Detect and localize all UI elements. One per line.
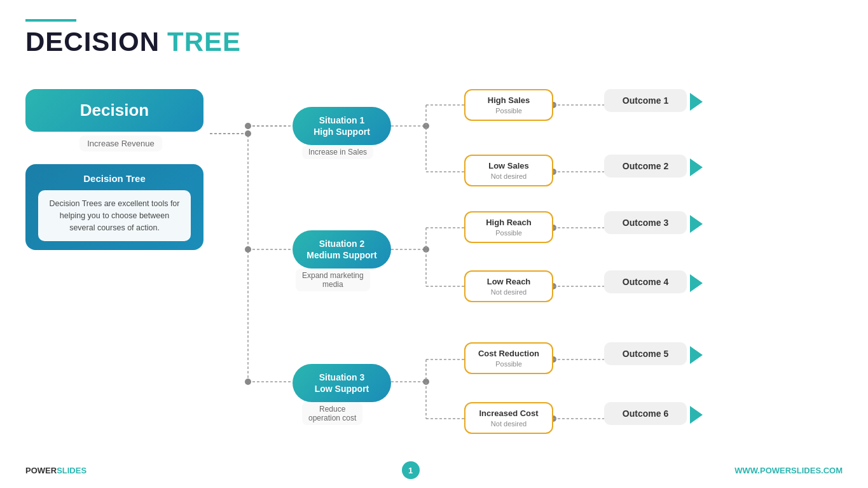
- decision-subtitle: Increase Revenue: [79, 136, 162, 151]
- outcome-box-3: Outcome 3: [604, 211, 687, 234]
- arrow-6: [690, 406, 703, 424]
- chance-low-reach: Low Reach Not desired: [464, 270, 553, 302]
- chance-high-sales: High Sales Possible: [464, 89, 553, 121]
- arrow-4: [690, 274, 703, 292]
- outcome-6-label: Outcome 6: [617, 408, 674, 419]
- chance-high-reach-sub: Possible: [474, 229, 543, 237]
- sit3-title: Situation 3Low Support: [307, 372, 377, 394]
- chance-high-sales-label: High Sales: [474, 95, 543, 105]
- outcome-2-label: Outcome 2: [617, 161, 674, 171]
- info-card-title: Decision Tree: [38, 173, 191, 184]
- situation-node-2: Situation 2Medium Support: [293, 230, 391, 268]
- page-title: DECISION TREE: [25, 27, 843, 57]
- chance-low-reach-sub: Not desired: [474, 288, 543, 296]
- footer-website: WWW.POWERSLIDES.COM: [734, 466, 843, 475]
- chance-increased-cost: Increased Cost Not desired: [464, 402, 553, 434]
- sit1-title: Situation 1High Support: [307, 115, 377, 137]
- svg-point-12: [245, 379, 251, 385]
- title-decision: DECISION: [25, 27, 160, 57]
- page: DECISION TREE Decision Increase Revenue …: [0, 0, 868, 488]
- chance-low-sales-label: Low Sales: [474, 161, 543, 171]
- situation-node-3: Situation 3Low Support: [293, 364, 391, 402]
- decision-label: Decision: [80, 101, 149, 120]
- footer-page-number: 1: [402, 461, 420, 479]
- chance-high-reach: High Reach Possible: [464, 211, 553, 243]
- svg-point-10: [245, 246, 251, 253]
- sit2-sublabel: Expand marketing media: [296, 268, 370, 291]
- chance-high-reach-label: High Reach: [474, 218, 543, 227]
- chance-low-reach-label: Low Reach: [474, 277, 543, 286]
- outcome-3-label: Outcome 3: [617, 218, 674, 228]
- outcome-box-5: Outcome 5: [604, 342, 687, 365]
- arrow-5: [690, 346, 703, 364]
- outcome-4-label: Outcome 4: [617, 277, 674, 287]
- info-card: Decision Tree Decision Trees are excelle…: [25, 164, 203, 250]
- chance-cost-reduction: Cost Reduction Possible: [464, 342, 553, 374]
- outcome-5-label: Outcome 5: [617, 349, 674, 359]
- arrow-1: [690, 93, 703, 111]
- outcome-box-6: Outcome 6: [604, 402, 687, 425]
- svg-point-13: [245, 123, 251, 129]
- info-card-body: Decision Trees are excellent tools for h…: [38, 190, 191, 241]
- footer-power: POWER: [25, 466, 57, 475]
- arrow-3: [690, 215, 703, 233]
- left-panel: Decision Increase Revenue Decision Tree …: [25, 70, 203, 456]
- chance-cost-reduction-label: Cost Reduction: [474, 349, 543, 358]
- arrow-2: [690, 158, 703, 176]
- header-accent-line: [25, 19, 76, 22]
- main-content: Decision Increase Revenue Decision Tree …: [25, 70, 843, 456]
- svg-point-15: [423, 123, 429, 129]
- chance-low-sales-sub: Not desired: [474, 172, 543, 180]
- footer: POWERSLIDES 1 WWW.POWERSLIDES.COM: [25, 461, 843, 479]
- outcome-box-2: Outcome 2: [604, 155, 687, 178]
- footer-brand: POWERSLIDES: [25, 466, 86, 475]
- title-tree: TREE: [167, 27, 241, 57]
- svg-point-24: [423, 246, 429, 253]
- outcome-box-1: Outcome 1: [604, 89, 687, 112]
- svg-point-33: [423, 379, 429, 385]
- outcome-box-4: Outcome 4: [604, 270, 687, 293]
- chance-increased-cost-label: Increased Cost: [474, 408, 543, 418]
- situation-node-1: Situation 1High Support: [293, 107, 391, 145]
- diagram-area: Situation 1High Support Increase in Sale…: [210, 70, 843, 456]
- sit2-title: Situation 2Medium Support: [307, 238, 377, 261]
- footer-slides: SLIDES: [57, 466, 86, 475]
- chance-cost-reduction-sub: Possible: [474, 360, 543, 368]
- sit1-sublabel: Increase in Sales: [302, 145, 373, 159]
- outcome-1-label: Outcome 1: [617, 95, 674, 106]
- svg-point-7: [245, 130, 251, 137]
- chance-increased-cost-sub: Not desired: [474, 420, 543, 428]
- decision-node: Decision: [25, 89, 203, 132]
- chance-low-sales: Low Sales Not desired: [464, 155, 553, 186]
- sit3-sublabel: Reduce operation cost: [302, 402, 362, 425]
- chance-high-sales-sub: Possible: [474, 107, 543, 115]
